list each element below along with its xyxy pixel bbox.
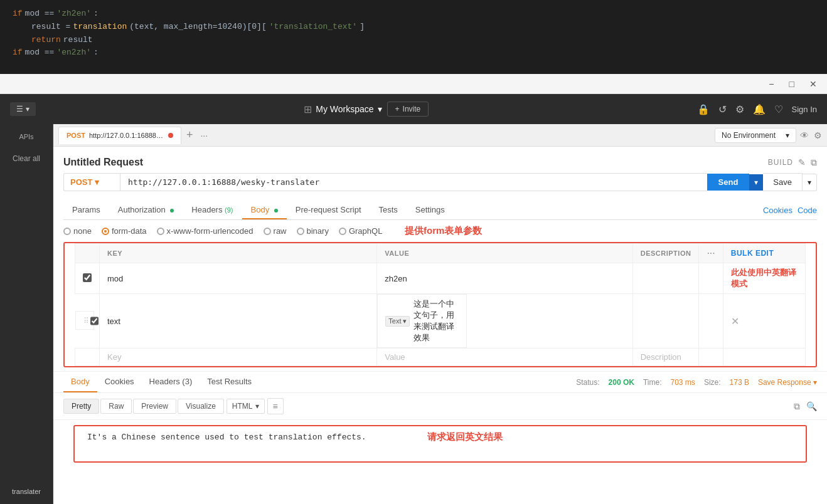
settings-icon[interactable]: ⚙ (735, 103, 744, 115)
send-dropdown-button[interactable]: ▾ (749, 174, 763, 191)
method-chevron-icon: ▾ (95, 177, 99, 187)
empty-extra1 (699, 349, 723, 366)
code-line-2: result = translation (text, max_length=1… (13, 21, 814, 34)
method-select[interactable]: POST ▾ (63, 173, 120, 191)
resp-tab-body[interactable]: Body (63, 372, 97, 392)
bulk-edit-button[interactable]: Bulk Edit (731, 249, 774, 258)
add-tab-button[interactable]: + (184, 129, 196, 142)
empty-value-cell[interactable]: Value (377, 349, 632, 366)
workspace-button[interactable]: ⊞ My Workspace ▾ (304, 103, 381, 115)
response-content: It's a Chinese sentence used to test tra… (73, 425, 807, 463)
response-right-icons: ⧉ 🔍 (794, 401, 817, 412)
empty-extra2 (723, 349, 805, 366)
lock-icon[interactable]: 🔒 (697, 103, 710, 115)
view-pretty-button[interactable]: Pretty (63, 399, 99, 414)
save-dropdown-button[interactable]: ▾ (803, 174, 817, 191)
empty-checkbox-cell (75, 349, 100, 366)
sidebar-item-apis[interactable]: APIs (16, 130, 36, 143)
env-selector: No Environment ▾ 👁 ⚙ (715, 128, 822, 143)
eye-icon[interactable]: 👁 (800, 130, 809, 140)
body-options-wrapper: none form-data x-www-form-urlencoded raw… (53, 220, 827, 242)
filter-icon[interactable]: ⚙ (814, 130, 822, 140)
resp-tab-test-results[interactable]: Test Results (200, 372, 259, 392)
option-graphql[interactable]: GraphQL (339, 226, 382, 236)
save-response-button[interactable]: Save Response ▾ (758, 378, 817, 387)
nav-center: ⊞ My Workspace ▾ + Invite (42, 102, 691, 117)
table-header-row: KEY VALUE DESCRIPTION ··· Bulk Edit (75, 244, 806, 263)
navbar: ☰ ▾ ⊞ My Workspace ▾ + Invite 🔒 ↺ ⚙ 🔔 ♡ … (0, 94, 827, 124)
table-empty-row: Key Value Description (75, 349, 806, 366)
send-button[interactable]: Send (707, 174, 750, 191)
wrap-button[interactable]: ≡ (267, 398, 284, 414)
copy-response-icon[interactable]: ⧉ (794, 401, 800, 412)
response-section: Body Cookies Headers (3) Test Results St… (53, 371, 827, 468)
option-form-data[interactable]: form-data (102, 226, 147, 236)
response-meta: Status: 200 OK Time: 703 ms Size: 173 B … (576, 378, 817, 387)
nav-left: ☰ ▾ (10, 102, 36, 116)
search-response-icon[interactable]: 🔍 (806, 401, 817, 412)
tab-pre-request[interactable]: Pre-request Script (287, 201, 370, 219)
heart-icon[interactable]: ♡ (774, 103, 783, 115)
empty-desc-cell[interactable]: Description (632, 349, 699, 366)
format-chevron-icon: ▾ (255, 402, 259, 411)
format-select[interactable]: HTML ▾ (227, 399, 265, 414)
row2-delete-button[interactable]: ✕ (731, 315, 739, 327)
tab-headers[interactable]: Headers (9) (183, 201, 242, 219)
save-button[interactable]: Save (763, 173, 803, 191)
text-type-badge[interactable]: Text ▾ (385, 316, 409, 327)
radio-none (63, 228, 71, 235)
option-urlencoded[interactable]: x-www-form-urlencoded (157, 226, 253, 236)
row1-value-cell: zh2en (377, 263, 632, 294)
code-link[interactable]: Code (798, 206, 817, 215)
more-tabs-button[interactable]: ··· (198, 130, 210, 140)
row2-extra2: ✕ (723, 294, 805, 349)
row2-desc-cell (632, 294, 699, 349)
col-more: ··· (699, 244, 723, 263)
view-visualize-button[interactable]: Visualize (178, 399, 224, 414)
time-value: 703 ms (671, 378, 695, 387)
env-dropdown[interactable]: No Environment ▾ (715, 128, 796, 143)
tab-url: http://127.0.0.1:16888/wesky-t... (89, 132, 164, 139)
tab-authorization[interactable]: Authorization (109, 201, 183, 219)
close-button[interactable]: ✕ (806, 78, 821, 90)
tab-settings[interactable]: Settings (407, 201, 454, 219)
sidebar-clear-all[interactable]: Clear all (10, 152, 43, 165)
signin-button[interactable]: Sign In (792, 105, 817, 114)
more-cols-button[interactable]: ··· (707, 248, 715, 259)
invite-button[interactable]: + Invite (387, 102, 429, 117)
auth-dot (170, 209, 174, 213)
edit-icon[interactable]: ✎ (798, 157, 806, 167)
view-preview-button[interactable]: Preview (133, 399, 176, 414)
row1-checkbox[interactable] (83, 273, 92, 282)
tab-params[interactable]: Params (63, 201, 109, 219)
col-bulk-edit: Bulk Edit (723, 244, 805, 263)
sidebar-item-translater[interactable]: translater (9, 485, 43, 498)
refresh-icon[interactable]: ↺ (718, 103, 727, 115)
copy-icon[interactable]: ⧉ (811, 157, 817, 168)
radio-form-data (102, 228, 109, 235)
option-binary[interactable]: binary (297, 226, 329, 236)
table-row: ⠿ text Text ▾ 这是一个中文句子，用来测试翻译效果 (75, 294, 806, 349)
cookies-link[interactable]: Cookies (763, 206, 792, 215)
tab-tests[interactable]: Tests (370, 201, 407, 219)
resp-tab-headers[interactable]: Headers (3) (142, 372, 200, 392)
url-input[interactable] (120, 173, 707, 191)
active-tab[interactable]: POST http://127.0.0.1:16888/wesky-t... (58, 127, 181, 144)
notification-icon[interactable]: 🔔 (753, 103, 766, 115)
request-section: Untitled Request BUILD ✎ ⧉ POST ▾ Send ▾… (53, 147, 827, 220)
row1-drag (75, 263, 100, 294)
row2-value-cell: Text ▾ 这是一个中文句子，用来测试翻译效果 (377, 294, 466, 348)
resp-tab-cookies[interactable]: Cookies (97, 372, 142, 392)
option-none[interactable]: none (63, 226, 92, 236)
empty-key-cell[interactable]: Key (100, 349, 377, 366)
response-annotation: 请求返回英文结果 (427, 431, 503, 443)
minimize-button[interactable]: − (765, 78, 777, 90)
desc-placeholder: Description (641, 352, 681, 362)
option-raw[interactable]: raw (264, 226, 287, 236)
nav-menu-button[interactable]: ☰ ▾ (10, 102, 36, 116)
maximize-button[interactable]: □ (786, 78, 798, 90)
tab-body[interactable]: Body (242, 201, 287, 219)
view-raw-button[interactable]: Raw (100, 399, 132, 414)
row2-checkbox[interactable] (90, 317, 99, 325)
code-line-4: if mod == 'en2zh' : (13, 46, 814, 60)
